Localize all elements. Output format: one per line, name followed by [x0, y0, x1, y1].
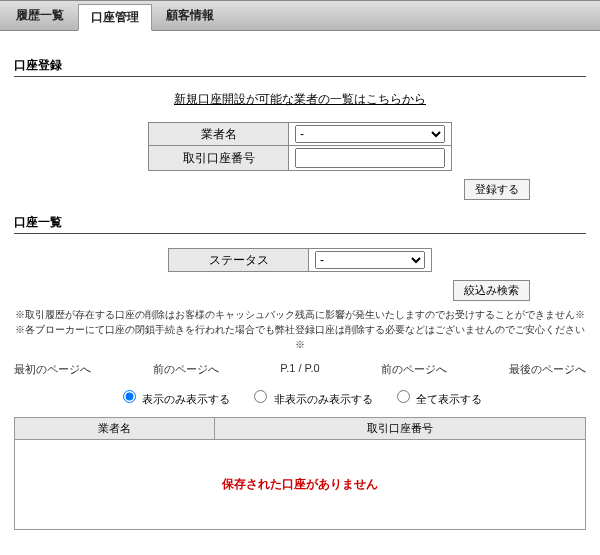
divider — [14, 233, 586, 234]
account-no-label: 取引口座番号 — [149, 146, 289, 171]
pager-prev[interactable]: 前のページへ — [153, 362, 219, 377]
pager-next[interactable]: 前のページへ — [381, 362, 447, 377]
notes: ※取引履歴が存在する口座の削除はお客様のキャッシュバック残高に影響が発生いたしま… — [14, 307, 586, 352]
page-content: 口座登録 新規口座開設が可能な業者の一覧はこちらから 業者名 - 取引口座番号 … — [0, 31, 600, 542]
register-form: 業者名 - 取引口座番号 — [148, 122, 452, 171]
status-select[interactable]: - — [315, 251, 425, 269]
radio-all[interactable] — [397, 390, 410, 403]
divider — [14, 76, 586, 77]
note-line-2: ※各ブローカーにて口座の閉鎖手続きを行われた場合でも弊社登録口座は削除する必要な… — [14, 322, 586, 352]
new-account-link-row: 新規口座開設が可能な業者の一覧はこちらから — [14, 91, 586, 108]
pager-position: P.1 / P.0 — [280, 362, 319, 377]
broker-label: 業者名 — [149, 123, 289, 146]
pager: 最初のページへ 前のページへ P.1 / P.0 前のページへ 最後のページへ — [14, 362, 586, 377]
new-account-link[interactable]: 新規口座開設が可能な業者の一覧はこちらから — [174, 92, 426, 106]
radio-show[interactable] — [123, 390, 136, 403]
pager-last[interactable]: 最後のページへ — [509, 362, 586, 377]
status-label: ステータス — [169, 249, 309, 272]
tab-customer[interactable]: 顧客情報 — [154, 3, 226, 30]
tab-account[interactable]: 口座管理 — [78, 4, 152, 31]
col-account-no: 取引口座番号 — [214, 418, 585, 440]
pager-first[interactable]: 最初のページへ — [14, 362, 91, 377]
filter-form: ステータス - — [168, 248, 432, 272]
broker-select[interactable]: - — [295, 125, 445, 143]
radio-all-label[interactable]: 全て表示する — [392, 393, 482, 405]
section-title-list: 口座一覧 — [14, 214, 586, 231]
note-line-1: ※取引履歴が存在する口座の削除はお客様のキャッシュバック残高に影響が発生いたしま… — [14, 307, 586, 322]
display-filter: 表示のみ表示する 非表示のみ表示する 全て表示する — [14, 387, 586, 407]
radio-hide-text: 非表示のみ表示する — [274, 393, 373, 405]
tabs: 履歴一覧 口座管理 顧客情報 — [0, 0, 600, 31]
col-broker: 業者名 — [15, 418, 215, 440]
section-title-register: 口座登録 — [14, 57, 586, 74]
account-table: 業者名 取引口座番号 — [14, 417, 586, 440]
radio-hide-label[interactable]: 非表示のみ表示する — [249, 393, 375, 405]
register-button[interactable]: 登録する — [464, 179, 530, 200]
search-button[interactable]: 絞込み検索 — [453, 280, 530, 301]
radio-show-text: 表示のみ表示する — [142, 393, 230, 405]
empty-message: 保存された口座がありません — [14, 440, 586, 530]
radio-all-text: 全て表示する — [416, 393, 482, 405]
account-no-input[interactable] — [295, 148, 445, 168]
tab-history[interactable]: 履歴一覧 — [4, 3, 76, 30]
radio-show-label[interactable]: 表示のみ表示する — [118, 393, 233, 405]
radio-hide[interactable] — [254, 390, 267, 403]
